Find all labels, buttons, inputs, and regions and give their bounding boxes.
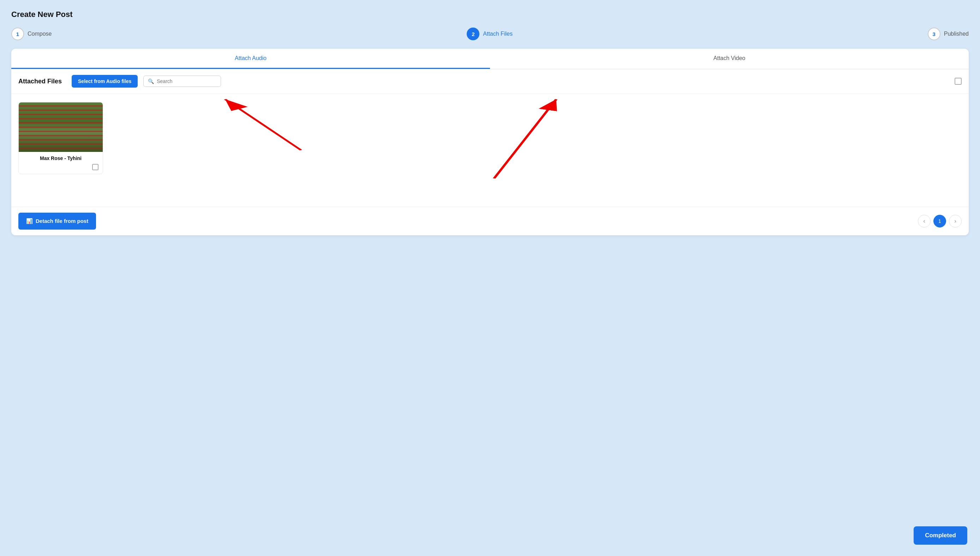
step-compose: 1 Compose — [11, 27, 52, 40]
step-published: 3 Published — [928, 27, 969, 40]
step-label-compose: Compose — [27, 31, 52, 37]
step-attach-files: 2 Attach Files — [467, 27, 513, 40]
annotation-arrows — [11, 94, 969, 207]
completed-button[interactable]: Completed — [914, 526, 967, 545]
pagination: ‹ 1 › — [918, 215, 962, 228]
next-page-button[interactable]: › — [949, 215, 962, 228]
page-1-button[interactable]: 1 — [933, 215, 946, 228]
detach-icon: 📊 — [26, 218, 33, 225]
file-info: Max Rose - Tyhini — [19, 152, 103, 174]
file-checkbox-wrap — [23, 164, 98, 170]
search-wrap: 🔍 — [143, 76, 221, 87]
select-all-checkbox[interactable] — [954, 78, 962, 85]
attached-files-label: Attached Files — [18, 78, 62, 85]
svg-line-1 — [225, 99, 301, 150]
step-number-compose: 1 — [11, 27, 24, 40]
tab-attach-audio[interactable]: Attach Audio — [11, 49, 490, 69]
select-audio-files-button[interactable]: Select from Audio files — [72, 75, 138, 87]
files-toolbar: Attached Files Select from Audio files 🔍 — [11, 69, 969, 94]
thumbnail-image — [19, 102, 103, 152]
svg-line-2 — [494, 99, 556, 178]
detach-file-button[interactable]: 📊 Detach file from post — [18, 213, 96, 230]
main-card: Attach Audio Attach Video Attached Files… — [11, 49, 969, 235]
tab-bar: Attach Audio Attach Video — [11, 49, 969, 69]
search-icon: 🔍 — [148, 78, 154, 84]
step-label-published: Published — [944, 31, 969, 37]
tab-attach-video[interactable]: Attach Video — [490, 49, 969, 69]
step-number-attach: 2 — [467, 27, 479, 40]
file-name: Max Rose - Tyhini — [23, 155, 98, 161]
content-area: Max Rose - Tyhini — [11, 94, 969, 207]
search-input[interactable] — [157, 78, 210, 84]
prev-page-button[interactable]: ‹ — [918, 215, 930, 228]
file-thumbnail — [19, 102, 103, 152]
step-number-published: 3 — [928, 27, 940, 40]
file-card: Max Rose - Tyhini — [18, 102, 103, 174]
bottom-bar: 📊 Detach file from post ‹ 1 › — [11, 207, 969, 235]
steps-indicator: 1 Compose 2 Attach Files 3 Published — [11, 27, 969, 40]
detach-label: Detach file from post — [35, 218, 88, 225]
file-select-checkbox[interactable] — [92, 164, 98, 170]
step-label-attach: Attach Files — [483, 31, 513, 37]
page-title: Create New Post — [11, 10, 969, 19]
